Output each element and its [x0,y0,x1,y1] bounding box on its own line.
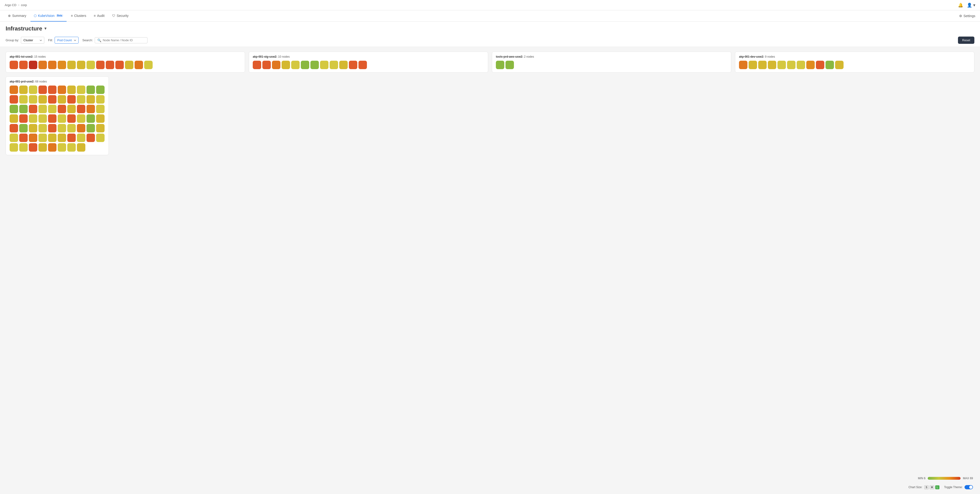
node-block[interactable] [48,143,57,152]
node-block[interactable] [77,61,85,69]
node-block[interactable] [768,61,776,69]
node-block[interactable] [506,61,514,69]
node-block[interactable] [282,61,290,69]
node-block[interactable] [58,95,66,103]
node-block[interactable] [29,124,37,132]
node-block[interactable] [125,61,134,69]
node-block[interactable] [96,114,105,123]
node-block[interactable] [106,61,114,69]
node-block[interactable] [291,61,300,69]
node-block[interactable] [86,61,95,69]
node-block[interactable] [38,133,47,142]
node-block[interactable] [96,86,105,94]
node-block[interactable] [29,86,37,94]
node-block[interactable] [58,143,66,152]
node-block[interactable] [787,61,795,69]
node-block[interactable] [10,86,18,94]
node-block[interactable] [10,133,18,142]
node-block[interactable] [10,124,18,132]
node-block[interactable] [19,124,28,132]
node-block[interactable] [115,61,124,69]
node-block[interactable] [19,105,28,113]
reset-button[interactable]: Reset [958,37,974,44]
node-block[interactable] [29,133,37,142]
node-block[interactable] [77,86,85,94]
node-block[interactable] [67,133,76,142]
node-block[interactable] [96,95,105,103]
group-by-select[interactable]: Cluster [21,37,44,44]
node-block[interactable] [739,61,748,69]
node-block[interactable] [10,114,18,123]
node-block[interactable] [816,61,824,69]
node-block[interactable] [86,86,95,94]
node-block[interactable] [77,105,85,113]
node-block[interactable] [48,61,57,69]
node-block[interactable] [349,61,357,69]
tab-summary[interactable]: ⊕ Summary [5,10,30,22]
node-block[interactable] [48,95,57,103]
user-menu-button[interactable]: 👤 ▾ [967,3,975,8]
node-block[interactable] [96,105,105,113]
node-block[interactable] [77,114,85,123]
node-block[interactable] [38,124,47,132]
node-block[interactable] [77,133,85,142]
node-block[interactable] [48,105,57,113]
tab-audit[interactable]: ≡ Audit [91,10,108,22]
tab-security[interactable]: 🛡 Security [109,10,132,22]
node-block[interactable] [758,61,767,69]
node-block[interactable] [58,61,66,69]
node-block[interactable] [19,86,28,94]
node-block[interactable] [67,114,76,123]
node-block[interactable] [38,105,47,113]
node-block[interactable] [77,95,85,103]
node-block[interactable] [29,61,37,69]
page-title[interactable]: Infrastructure ▼ [6,25,974,32]
node-block[interactable] [10,95,18,103]
size-btn-m[interactable]: M [930,485,934,489]
node-block[interactable] [38,143,47,152]
node-block[interactable] [29,143,37,152]
tab-kubevision[interactable]: ⬡ KubeVision Beta [30,10,67,22]
node-block[interactable] [38,61,47,69]
node-block[interactable] [38,86,47,94]
notification-button[interactable]: 🔔 [958,3,963,8]
node-block[interactable] [86,105,95,113]
node-block[interactable] [96,133,105,142]
node-block[interactable] [10,61,18,69]
node-block[interactable] [58,114,66,123]
node-block[interactable] [86,124,95,132]
node-block[interactable] [38,95,47,103]
node-block[interactable] [10,143,18,152]
node-block[interactable] [778,61,786,69]
node-block[interactable] [86,133,95,142]
node-block[interactable] [301,61,309,69]
tab-clusters[interactable]: ≡ Clusters [67,10,89,22]
node-block[interactable] [67,124,76,132]
node-block[interactable] [19,133,28,142]
node-block[interactable] [835,61,843,69]
node-block[interactable] [749,61,757,69]
fill-select[interactable]: Pod Count [55,37,78,44]
node-block[interactable] [339,61,348,69]
node-block[interactable] [144,61,153,69]
node-block[interactable] [77,124,85,132]
node-block[interactable] [19,61,28,69]
node-block[interactable] [96,124,105,132]
node-block[interactable] [77,143,85,152]
node-block[interactable] [96,61,105,69]
node-block[interactable] [320,61,328,69]
node-block[interactable] [86,114,95,123]
node-block[interactable] [67,61,76,69]
node-block[interactable] [329,61,338,69]
node-block[interactable] [19,143,28,152]
node-block[interactable] [67,95,76,103]
node-block[interactable] [29,105,37,113]
node-block[interactable] [358,61,367,69]
node-block[interactable] [262,61,271,69]
theme-toggle[interactable] [964,485,973,489]
node-block[interactable] [29,114,37,123]
node-block[interactable] [58,105,66,113]
node-block[interactable] [272,61,280,69]
node-block[interactable] [67,143,76,152]
node-block[interactable] [48,124,57,132]
